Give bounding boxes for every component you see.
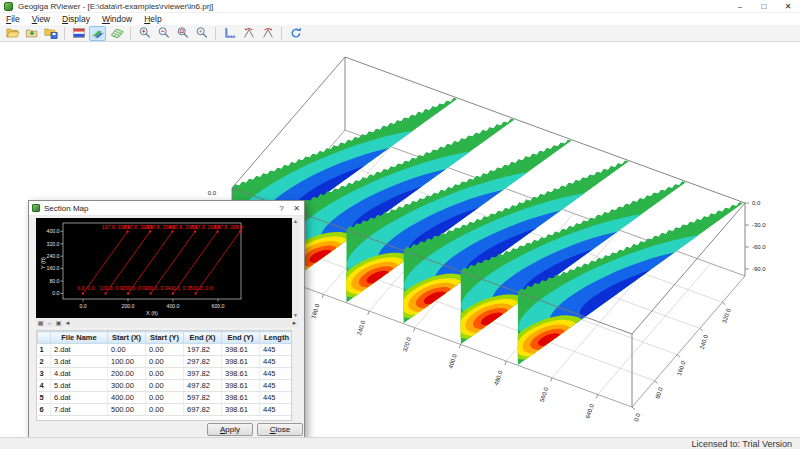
plot-hscrollbar[interactable]: ▦↔▣◄►: [36, 319, 299, 327]
table-cell: 500.00: [108, 404, 146, 416]
row-number: 5: [38, 392, 51, 404]
refresh-icon[interactable]: [287, 26, 304, 41]
dialog-title: Section Map: [44, 204, 88, 213]
sections-table: File NameStart (X)Start (Y)End (X)End (Y…: [36, 330, 292, 421]
table-cell: 300.00: [108, 380, 146, 392]
svg-text:320.0: 320.0: [721, 307, 732, 324]
status-bar: Licensed to: Trial Version: [0, 437, 800, 449]
view-3d-fence-icon[interactable]: [89, 26, 106, 41]
zoom-in-icon[interactable]: [136, 26, 153, 41]
svg-text:100.0, 0.0: 100.0, 0.0: [100, 285, 123, 291]
plot-y-axis-label: Y (ft): [40, 257, 46, 269]
plot-vscrollbar[interactable]: ▲ ▼: [292, 218, 299, 318]
scroll-up-icon[interactable]: ▲: [292, 218, 299, 224]
plot-tool-icon[interactable]: ▣: [54, 319, 63, 327]
save-project-icon[interactable]: [42, 26, 59, 41]
plot-tool-icon[interactable]: ↔: [45, 319, 54, 327]
import-data-icon[interactable]: [23, 26, 40, 41]
zoom-out-icon[interactable]: [155, 26, 172, 41]
table-header[interactable]: Start (Y): [146, 332, 184, 344]
menu-window[interactable]: Window: [96, 13, 138, 25]
menu-display[interactable]: Display: [56, 13, 96, 25]
menu-help[interactable]: Help: [138, 13, 167, 25]
toolbar-separator: [215, 27, 216, 40]
svg-text:80.0: 80.0: [49, 278, 59, 284]
table-cell: 0.00: [146, 356, 184, 368]
zoom-window-icon[interactable]: [174, 26, 191, 41]
table-header[interactable]: End (X): [184, 332, 222, 344]
zoom-reset-icon[interactable]: [193, 26, 210, 41]
table-cell: 497.82: [184, 380, 222, 392]
colormap-view-icon[interactable]: [70, 26, 87, 41]
maximize-button[interactable]: □: [752, 0, 776, 13]
scroll-down-icon[interactable]: ▼: [292, 312, 299, 318]
rotate-left-icon[interactable]: [240, 26, 257, 41]
toolbar: [0, 25, 800, 42]
table-row[interactable]: 67.dat500.000.00697.82398.61445: [38, 404, 293, 416]
table-cell: 398.61: [222, 356, 260, 368]
svg-text:0.0: 0.0: [633, 412, 641, 422]
table-cell: 445: [260, 344, 293, 356]
table-cell: 2.dat: [51, 344, 108, 356]
dialog-help-button[interactable]: ?: [274, 201, 289, 216]
table-cell: 4.dat: [51, 368, 108, 380]
svg-text:0.0: 0.0: [79, 303, 86, 309]
svg-text:160.0: 160.0: [47, 265, 60, 271]
table-cell: 197.82: [184, 344, 222, 356]
table-cell: 0.00: [146, 344, 184, 356]
row-number: 1: [38, 344, 51, 356]
svg-text:640.0: 640.0: [585, 403, 596, 420]
table-cell: 445: [260, 392, 293, 404]
table-header[interactable]: Start (X): [108, 332, 146, 344]
title-bar: Geogiga RViewer - [E:\data\rt-examples\r…: [0, 0, 800, 13]
menu-file[interactable]: File: [0, 13, 26, 25]
toolbar-separator: [130, 27, 131, 40]
table-row[interactable]: 56.dat400.000.00597.82398.61445: [38, 392, 293, 404]
plot-tool-icon[interactable]: ▦: [36, 319, 45, 327]
svg-text:240.0: 240.0: [699, 333, 710, 350]
row-number: 4: [38, 380, 51, 392]
table-row[interactable]: 12.dat0.000.00197.82398.61445: [38, 344, 293, 356]
table-cell: 0.00: [146, 404, 184, 416]
table-cell: 398.61: [222, 380, 260, 392]
table-cell: 445: [260, 368, 293, 380]
minimize-button[interactable]: –: [728, 0, 752, 13]
table-cell: 400.00: [108, 392, 146, 404]
scroll-right-icon[interactable]: ►: [290, 319, 299, 327]
table-cell: 5.dat: [51, 380, 108, 392]
table-cell: 200.00: [108, 368, 146, 380]
table-cell: 0.00: [146, 392, 184, 404]
table-cell: 398.61: [222, 392, 260, 404]
svg-text:-90.0: -90.0: [752, 266, 766, 272]
axes-scale-icon[interactable]: [221, 26, 238, 41]
svg-text:600.0: 600.0: [212, 303, 225, 309]
table-row[interactable]: 23.dat100.000.00297.82398.61445: [38, 356, 293, 368]
toolbar-separator: [281, 27, 282, 40]
table-cell: 398.61: [222, 368, 260, 380]
rotate-right-icon[interactable]: [259, 26, 276, 41]
close-button[interactable]: ✕: [776, 0, 800, 13]
menu-view[interactable]: View: [26, 13, 56, 25]
view-mesh-icon[interactable]: [108, 26, 125, 41]
table-header[interactable]: End (Y): [222, 332, 260, 344]
table-row[interactable]: 34.dat200.000.00397.82398.61445: [38, 368, 293, 380]
dialog-close-button[interactable]: ✕: [289, 201, 304, 216]
svg-text:160.0: 160.0: [676, 360, 687, 377]
svg-text:80.0: 80.0: [655, 386, 665, 400]
table-header[interactable]: [38, 332, 51, 344]
table-row[interactable]: 45.dat300.000.00497.82398.61445: [38, 380, 293, 392]
table-header[interactable]: Length: [260, 332, 293, 344]
apply-button[interactable]: Apply: [207, 423, 253, 436]
svg-text:-30.0: -30.0: [752, 222, 766, 228]
open-project-icon[interactable]: [4, 26, 21, 41]
svg-text:697.8, 398.6: 697.8, 398.6: [214, 224, 243, 230]
table-cell: 697.82: [184, 404, 222, 416]
table-cell: 297.82: [184, 356, 222, 368]
table-header[interactable]: File Name: [51, 332, 108, 344]
dialog-title-bar[interactable]: Section Map ? ✕: [29, 201, 304, 216]
svg-text:320.0: 320.0: [47, 241, 60, 247]
scroll-left-icon[interactable]: ◄: [63, 319, 72, 327]
menu-bar: FileViewDisplayWindowHelp: [0, 13, 800, 25]
close-dialog-button[interactable]: Close: [257, 423, 303, 436]
svg-text:-60.0: -60.0: [752, 244, 766, 250]
